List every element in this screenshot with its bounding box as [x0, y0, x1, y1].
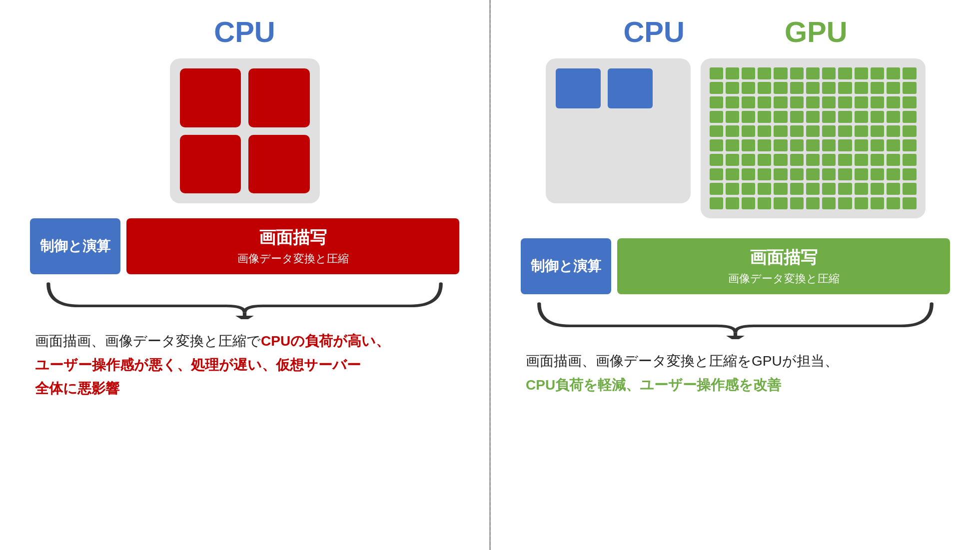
- gpu-core-115: [887, 183, 900, 195]
- gpu-core-10: [871, 67, 884, 79]
- gpu-core-11: [887, 67, 900, 79]
- gpu-core-89: [887, 154, 900, 166]
- gpu-core-15: [742, 82, 755, 94]
- gpu-core-91: [710, 168, 723, 180]
- left-brace: [30, 279, 459, 319]
- gpu-core-60: [838, 125, 852, 137]
- gpu-core-94: [758, 168, 771, 180]
- left-control-label: 制御と演算: [30, 218, 120, 274]
- right-rendering-label: 画面描写 画像データ変換と圧縮: [617, 238, 950, 294]
- right-cpu-core-2: [608, 68, 653, 108]
- gpu-core-1: [726, 67, 739, 79]
- gpu-core-31: [790, 96, 804, 108]
- gpu-core-100: [855, 168, 868, 180]
- gpu-core-33: [822, 96, 836, 108]
- gpu-core-37: [887, 96, 900, 108]
- gpu-core-122: [790, 197, 804, 209]
- svg-marker-3: [726, 336, 745, 339]
- gpu-core-54: [742, 125, 755, 137]
- gpu-core-108: [774, 183, 787, 195]
- gpu-core-111: [822, 183, 836, 195]
- gpu-core-58: [806, 125, 820, 137]
- gpu-core-2: [742, 67, 755, 79]
- gpu-core-69: [774, 139, 787, 151]
- gpu-core-5: [790, 67, 804, 79]
- right-brace: [521, 299, 950, 339]
- right-rendering-sub: 画像データ変換と圧縮: [728, 271, 840, 286]
- gpu-core-125: [838, 197, 852, 209]
- gpu-core-38: [903, 96, 916, 108]
- gpu-core-88: [871, 154, 884, 166]
- gpu-core-26: [710, 96, 723, 108]
- gpu-core-120: [758, 197, 771, 209]
- gpu-core-78: [710, 154, 723, 166]
- right-brace-svg: [521, 299, 950, 339]
- gpu-core-84: [806, 154, 820, 166]
- left-chip-diagram: [170, 58, 320, 203]
- left-labels-wrapper: 制御と演算 画面描写 画像データ変換と圧縮: [30, 218, 459, 274]
- right-labels-row: 制御と演算 画面描写 画像データ変換と圧縮: [521, 238, 950, 294]
- gpu-core-24: [887, 82, 900, 94]
- gpu-core-34: [838, 96, 852, 108]
- gpu-core-76: [887, 139, 900, 151]
- left-labels-row: 制御と演算 画面描写 画像データ変換と圧縮: [30, 218, 459, 274]
- gpu-core-64: [903, 125, 916, 137]
- gpu-core-119: [742, 197, 755, 209]
- gpu-core-77: [903, 139, 916, 151]
- right-control-text: 制御と演算: [531, 257, 601, 276]
- gpu-core-14: [726, 82, 739, 94]
- gpu-core-114: [871, 183, 884, 195]
- gpu-core-123: [806, 197, 820, 209]
- gpu-core-63: [887, 125, 900, 137]
- cpu-core-1: [180, 68, 241, 127]
- left-title-row: CPU: [30, 15, 459, 48]
- gpu-core-29: [758, 96, 771, 108]
- gpu-core-126: [855, 197, 868, 209]
- gpu-core-68: [758, 139, 771, 151]
- gpu-core-50: [887, 111, 900, 123]
- gpu-core-92: [726, 168, 739, 180]
- gpu-core-127: [871, 197, 884, 209]
- gpu-core-66: [726, 139, 739, 151]
- gpu-core-97: [806, 168, 820, 180]
- gpu-core-70: [790, 139, 804, 151]
- gpu-core-95: [774, 168, 787, 180]
- svg-marker-1: [235, 316, 254, 319]
- gpu-core-87: [855, 154, 868, 166]
- gpu-core-85: [822, 154, 836, 166]
- gpu-core-43: [774, 111, 787, 123]
- gpu-core-55: [758, 125, 771, 137]
- gpu-core-8: [838, 67, 852, 79]
- gpu-core-39: [710, 111, 723, 123]
- gpu-core-121: [774, 197, 787, 209]
- gpu-core-19: [806, 82, 820, 94]
- gpu-core-101: [871, 168, 884, 180]
- gpu-core-56: [774, 125, 787, 137]
- gpu-core-96: [790, 168, 804, 180]
- gpu-core-4: [774, 67, 787, 79]
- gpu-core-13: [710, 82, 723, 94]
- gpu-core-9: [855, 67, 868, 79]
- gpu-core-79: [726, 154, 739, 166]
- gpu-core-7: [822, 67, 836, 79]
- gpu-core-93: [742, 168, 755, 180]
- right-control-label: 制御と演算: [521, 238, 611, 294]
- gpu-core-61: [855, 125, 868, 137]
- cpu-chip-box: [170, 58, 320, 203]
- right-title-row: CPU GPU: [521, 15, 950, 48]
- gpu-core-52: [710, 125, 723, 137]
- gpu-core-44: [790, 111, 804, 123]
- gpu-core-6: [806, 67, 820, 79]
- gpu-core-12: [903, 67, 916, 79]
- gpu-core-35: [855, 96, 868, 108]
- left-panel: CPU 制御と演算 画面描写 画像データ変換と圧縮: [0, 0, 489, 550]
- gpu-core-83: [790, 154, 804, 166]
- gpu-core-0: [710, 67, 723, 79]
- right-rendering-main: 画面描写: [750, 246, 818, 269]
- gpu-core-57: [790, 125, 804, 137]
- gpu-core-102: [887, 168, 900, 180]
- left-bottom-red-3: 全体に悪影響: [35, 381, 119, 396]
- gpu-core-49: [871, 111, 884, 123]
- gpu-core-53: [726, 125, 739, 137]
- right-cpu-core-1: [556, 68, 601, 108]
